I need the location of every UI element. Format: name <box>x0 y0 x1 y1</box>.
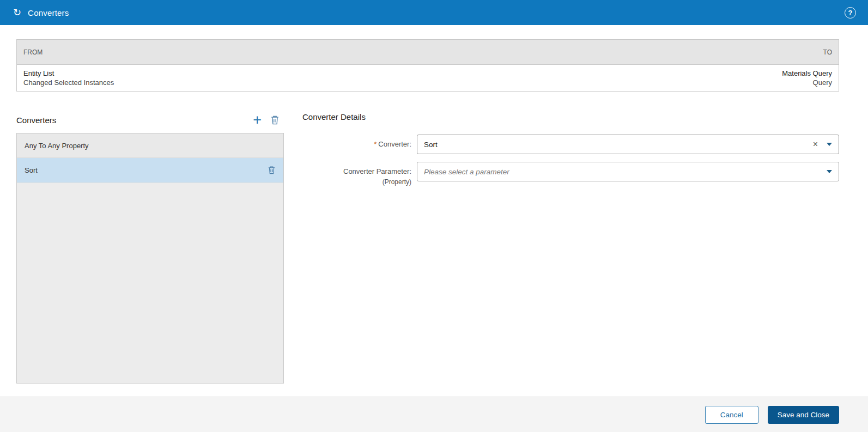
app-header: ↻ Converters ? <box>0 0 868 25</box>
converter-select[interactable]: Sort × <box>417 135 839 154</box>
mapping-table: FROM TO Entity List Changed Selected Ins… <box>16 39 839 92</box>
from-column-header: FROM <box>23 48 43 56</box>
converters-panel-actions: + <box>253 114 284 125</box>
mapping-to-cell: Materials Query Query <box>782 69 832 87</box>
converters-list: Any To Any Property Sort <box>16 133 284 384</box>
list-item-sort[interactable]: Sort <box>17 158 283 182</box>
details-panel-title: Converter Details <box>302 112 839 121</box>
parameter-field-row: Converter Parameter: (Property) Please s… <box>302 162 839 186</box>
converter-field-row: *Converter: Sort × <box>302 135 839 154</box>
parameter-sublabel-text: (Property) <box>302 178 411 186</box>
chevron-down-icon[interactable] <box>827 143 832 146</box>
converters-icon: ↻ <box>13 8 21 17</box>
clear-icon[interactable]: × <box>813 140 818 149</box>
parameter-select[interactable]: Please select a parameter <box>417 162 839 181</box>
delete-converter-icon[interactable] <box>270 115 280 125</box>
converter-field-label: *Converter: <box>302 135 411 149</box>
footer-bar: Cancel Save and Close <box>0 397 868 432</box>
converters-panel: Converters + Any To Any Property Sort <box>16 112 284 384</box>
converter-select-value: Sort <box>424 141 813 149</box>
mapping-table-row[interactable]: Entity List Changed Selected Instances M… <box>17 65 839 91</box>
converters-panel-title: Converters <box>16 115 56 125</box>
converter-field-container: Sort × <box>417 135 839 154</box>
to-column-header: TO <box>823 48 832 56</box>
from-primary-text: Entity List <box>23 69 114 78</box>
help-icon[interactable]: ? <box>845 7 856 19</box>
converter-details-panel: Converter Details *Converter: Sort × <box>302 112 839 384</box>
from-secondary-text: Changed Selected Instances <box>23 78 114 87</box>
list-item-label: Any To Any Property <box>25 142 89 150</box>
to-secondary-text: Query <box>782 78 832 87</box>
mapping-table-header: FROM TO <box>17 40 839 65</box>
details-form: *Converter: Sort × Converter Parameter: … <box>302 135 839 186</box>
save-and-close-button[interactable]: Save and Close <box>768 406 839 424</box>
page-title: Converters <box>28 8 69 17</box>
chevron-down-icon[interactable] <box>827 170 832 173</box>
main-content: FROM TO Entity List Changed Selected Ins… <box>0 25 868 397</box>
cancel-button[interactable]: Cancel <box>705 406 758 424</box>
parameter-field-container: Please select a parameter <box>417 162 839 181</box>
parameter-label-text: Converter Parameter: <box>343 167 411 175</box>
required-marker: * <box>374 140 377 148</box>
converters-panel-header: Converters + <box>16 112 284 127</box>
mapping-from-cell: Entity List Changed Selected Instances <box>23 69 114 87</box>
add-converter-icon[interactable]: + <box>253 114 262 125</box>
parameter-select-placeholder: Please select a parameter <box>424 168 827 176</box>
to-primary-text: Materials Query <box>782 69 832 78</box>
parameter-field-label: Converter Parameter: (Property) <box>302 162 411 186</box>
list-item-label: Sort <box>25 166 38 174</box>
list-item-any-to-any-property[interactable]: Any To Any Property <box>17 133 283 158</box>
row-trash-icon[interactable] <box>268 166 276 174</box>
converter-label-text: Converter: <box>378 140 411 148</box>
panels-container: Converters + Any To Any Property Sort <box>16 112 839 384</box>
